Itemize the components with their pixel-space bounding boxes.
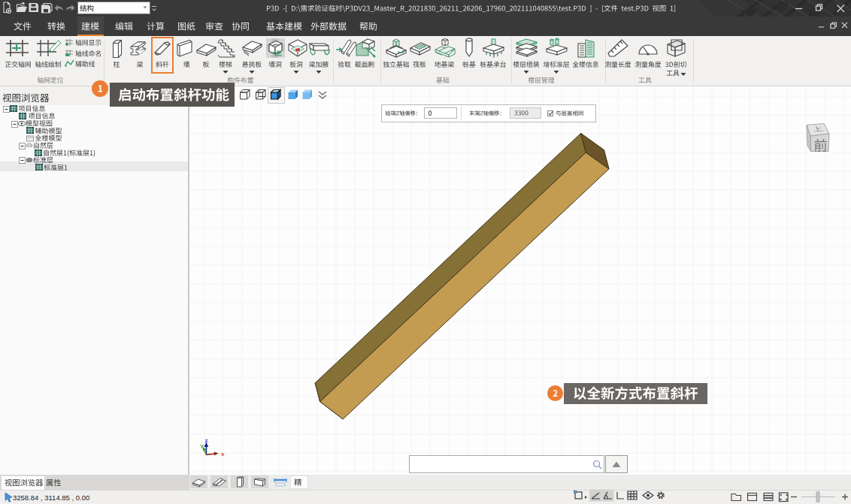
svg-text:Y: Y [200,443,204,450]
svg-text:z: z [205,437,208,444]
svg-text:x: x [221,451,225,457]
